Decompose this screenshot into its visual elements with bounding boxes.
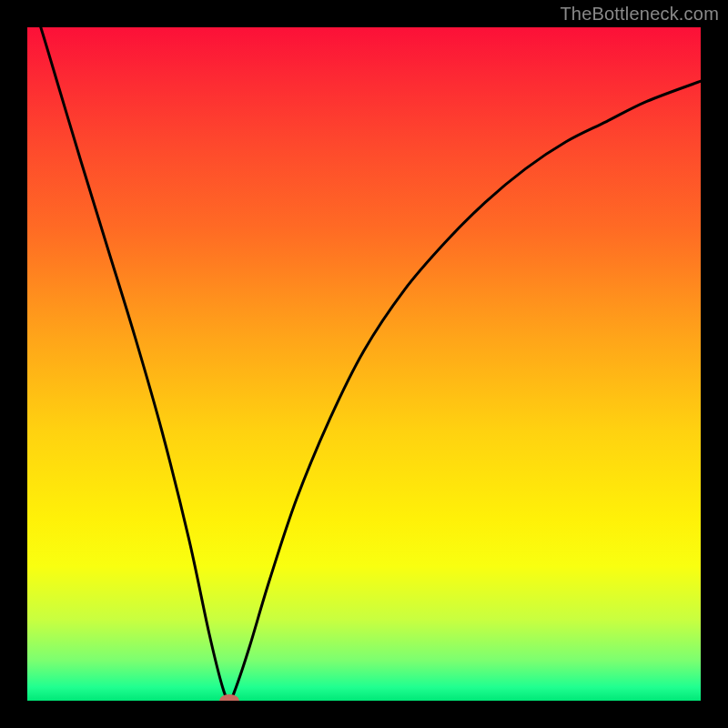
bottleneck-curve [27,27,701,701]
chart-frame: TheBottleneck.com [0,0,728,728]
minimum-marker [219,694,239,701]
plot-area [27,27,701,701]
curve-layer [27,27,701,701]
watermark-text: TheBottleneck.com [560,4,719,25]
